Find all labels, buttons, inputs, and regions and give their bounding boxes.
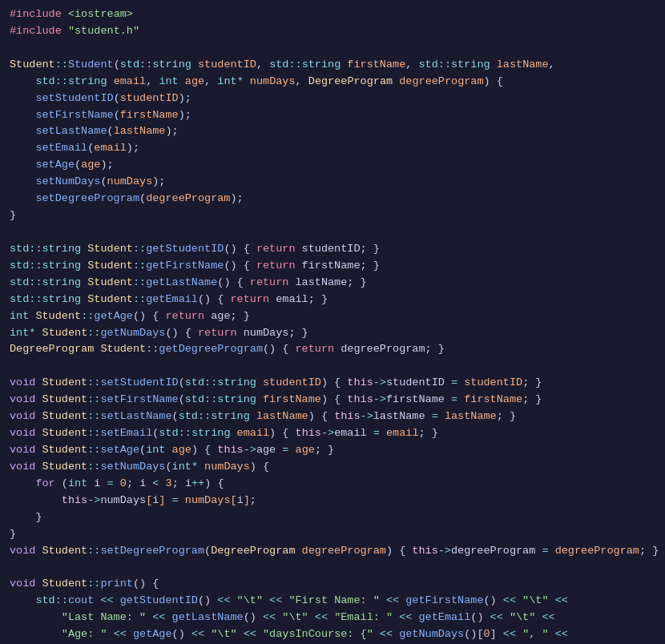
code-editor: #include <iostream> #include "student.h"… <box>10 6 655 644</box>
line-1: #include <box>10 8 62 20</box>
